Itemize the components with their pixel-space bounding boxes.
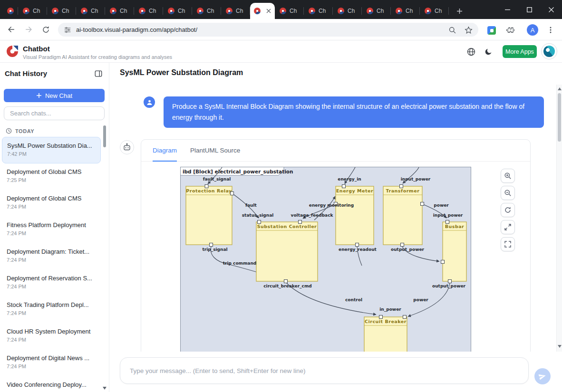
language-globe-icon[interactable] bbox=[466, 47, 476, 57]
app-title: Chatbot bbox=[23, 45, 50, 53]
chat-history-sidebar: Chat History New Chat TODAY SysML Power … bbox=[0, 63, 109, 392]
browser-tab[interactable]: Ch bbox=[134, 3, 163, 19]
assistant-badge[interactable] bbox=[541, 43, 557, 59]
visual-paradigm-favicon-icon bbox=[139, 8, 145, 14]
browser-tab[interactable]: Ch bbox=[333, 3, 362, 19]
forward-button[interactable] bbox=[22, 23, 35, 36]
chat-history-item[interactable]: Deployment of Digital News ... 7:24 PM bbox=[2, 350, 101, 376]
port-label: trip_signal bbox=[202, 247, 227, 252]
chat-item-title: Deployment of Reservation S... bbox=[7, 275, 96, 282]
chat-history-item[interactable]: Cloud HR System Deployment 7:24 PM bbox=[2, 323, 101, 350]
site-info-icon[interactable] bbox=[64, 26, 71, 34]
tab-title: Ch bbox=[319, 8, 326, 14]
zoom-in-button[interactable] bbox=[501, 169, 515, 183]
profile-avatar[interactable]: A bbox=[526, 23, 539, 37]
visual-paradigm-favicon-icon bbox=[7, 8, 14, 14]
window-close-button[interactable] bbox=[540, 0, 562, 19]
scrollbar-down-arrow[interactable] bbox=[558, 345, 562, 348]
expand-button[interactable] bbox=[501, 220, 515, 234]
chat-item-title: Cloud HR System Deployment bbox=[7, 328, 96, 335]
chat-history-item[interactable]: Deployment of Reservation S... 7:24 PM bbox=[2, 270, 101, 296]
window-minimize-button[interactable] bbox=[496, 0, 518, 19]
svg-text:Energy Meter: Energy Meter bbox=[336, 188, 373, 193]
zoom-indicator-icon[interactable] bbox=[447, 25, 457, 35]
visual-paradigm-favicon-icon bbox=[309, 8, 315, 14]
chat-history-item[interactable]: Deployment Diagram: Ticket... 7:24 PM bbox=[2, 243, 101, 270]
browser-tab[interactable]: Ch bbox=[391, 3, 420, 19]
chat-history-item[interactable]: Deployment of Global CMS 7:25 PM bbox=[2, 163, 101, 190]
chat-history-item-selected[interactable]: SysML Power Substation Dia... 7:42 PM bbox=[2, 137, 101, 163]
extensions-puzzle-icon[interactable] bbox=[503, 24, 516, 37]
fullscreen-button[interactable] bbox=[501, 237, 515, 251]
port-label: in_power bbox=[379, 307, 401, 312]
robot-icon bbox=[123, 143, 131, 152]
sidebar-scrollbar-thumb[interactable] bbox=[103, 125, 106, 147]
tab-title: Ch bbox=[236, 8, 243, 14]
reset-zoom-button[interactable] bbox=[501, 203, 515, 217]
port-label: circuit_breaker_cmd bbox=[263, 284, 312, 288]
tab-plantuml-source[interactable]: PlantUML Source bbox=[190, 140, 240, 162]
extension-icon[interactable] bbox=[485, 24, 498, 37]
browser-tab[interactable]: Ch bbox=[76, 3, 105, 19]
chat-item-title: Fitness Platform Deployment bbox=[7, 221, 96, 229]
page-scrollbar[interactable] bbox=[556, 85, 562, 352]
app-subtitle: Visual Paradigm AI Assistant for creatin… bbox=[23, 54, 172, 60]
browser-tab[interactable]: Ch bbox=[18, 3, 47, 19]
assistant-avatar bbox=[120, 140, 134, 154]
visual-paradigm-logo bbox=[6, 45, 19, 58]
message-input[interactable] bbox=[120, 357, 529, 384]
new-chat-button[interactable]: New Chat bbox=[4, 89, 105, 102]
address-bar[interactable]: ai-toolbox.visual-paradigm.com/app/chatb… bbox=[58, 23, 478, 37]
chat-item-title: SysML Power Substation Dia... bbox=[7, 142, 96, 149]
sidebar-title: Chat History bbox=[5, 69, 47, 77]
sidebar-scrollbar-down-arrow[interactable] bbox=[103, 387, 107, 390]
back-button[interactable] bbox=[5, 23, 18, 36]
scrollbar-up-arrow[interactable] bbox=[558, 87, 562, 90]
visual-paradigm-favicon-icon bbox=[197, 8, 203, 14]
browser-pinned-tab[interactable] bbox=[3, 3, 18, 19]
browser-tab[interactable]: Ch bbox=[221, 3, 250, 19]
browser-tab[interactable]: Ch bbox=[192, 3, 221, 19]
chat-item-time: 7:42 PM bbox=[7, 151, 96, 157]
chat-history-item[interactable]: Deployment of Global CMS 7:24 PM bbox=[2, 190, 101, 217]
svg-text:Protection Relay: Protection Relay bbox=[186, 188, 232, 193]
reload-button[interactable] bbox=[39, 23, 52, 36]
browser-menu-kebab-icon[interactable] bbox=[544, 23, 557, 37]
bookmark-star-icon[interactable] bbox=[463, 25, 474, 35]
dark-mode-moon-icon[interactable] bbox=[483, 47, 494, 57]
new-tab-button[interactable] bbox=[453, 4, 466, 18]
response-tabs: Diagram PlantUML Source bbox=[141, 140, 530, 162]
page-title: SysML Power Substation Diagram bbox=[120, 68, 243, 77]
zoom-out-button[interactable] bbox=[501, 186, 515, 200]
chat-history-item[interactable]: Video Conferencing Deploy... bbox=[2, 376, 101, 392]
search-chats-input[interactable] bbox=[4, 106, 105, 120]
sysml-diagram-canvas[interactable]: ibd [Block] electrical_power_substation bbox=[180, 167, 471, 352]
more-apps-button[interactable]: More Apps bbox=[503, 45, 537, 58]
tab-diagram[interactable]: Diagram bbox=[153, 140, 177, 162]
chat-history-item[interactable]: Stock Trading Platform Depl... 7:24 PM bbox=[2, 296, 101, 323]
diagram-zoom-controls bbox=[501, 169, 515, 254]
port-label: output_power bbox=[432, 284, 466, 288]
browser-tab[interactable]: Ch bbox=[163, 3, 192, 19]
tab-close-icon[interactable] bbox=[266, 9, 271, 13]
window-maximize-button[interactable] bbox=[518, 0, 540, 19]
forward-arrow-icon bbox=[24, 25, 33, 34]
chat-item-time: 7:24 PM bbox=[7, 204, 96, 210]
browser-tab[interactable]: Ch bbox=[47, 3, 76, 19]
port-label: energy_readout bbox=[339, 247, 377, 252]
collapse-sidebar-icon[interactable] bbox=[93, 68, 104, 79]
browser-tab[interactable]: Ch bbox=[304, 3, 333, 19]
app-header: Chatbot Visual Paradigm AI Assistant for… bbox=[0, 40, 562, 63]
person-icon bbox=[146, 99, 153, 105]
clock-icon bbox=[6, 128, 12, 134]
tab-title: Ch bbox=[149, 8, 156, 14]
assistant-badge-logo-icon bbox=[543, 46, 555, 57]
browser-tab[interactable]: Ch bbox=[275, 3, 304, 19]
browser-tab[interactable]: Ch bbox=[420, 3, 449, 19]
browser-tab-active[interactable] bbox=[250, 3, 275, 19]
send-button[interactable] bbox=[534, 368, 551, 384]
chat-history-item[interactable]: Fitness Platform Deployment 7:24 PM bbox=[2, 217, 101, 243]
browser-tab[interactable]: Ch bbox=[362, 3, 391, 19]
scrollbar-thumb[interactable] bbox=[558, 93, 561, 142]
browser-tab[interactable]: Ch bbox=[105, 3, 134, 19]
